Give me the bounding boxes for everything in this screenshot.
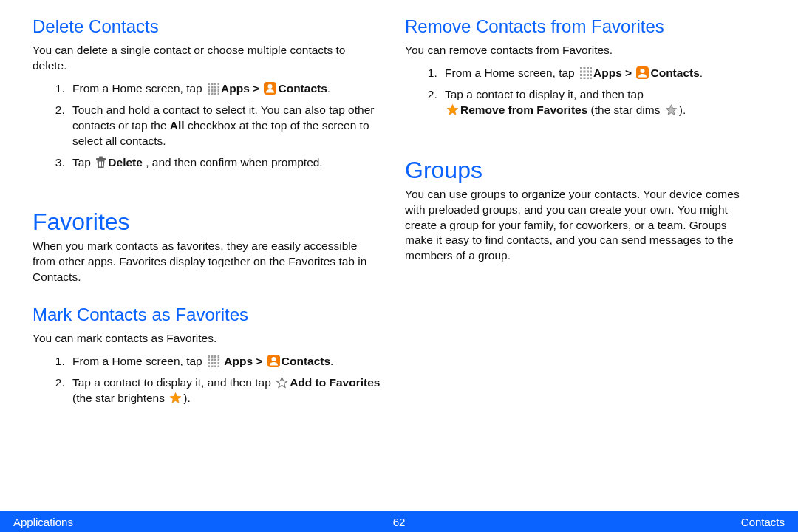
svg-rect-56 [590,77,593,79]
svg-rect-37 [214,366,216,368]
left-column: Delete Contacts You can delete a single … [33,16,403,513]
svg-rect-38 [218,366,220,368]
svg-rect-32 [211,362,214,364]
star-filled-icon [169,392,182,404]
contacts-icon [267,355,280,367]
svg-rect-55 [587,77,589,79]
footer-right: Contacts [741,516,785,528]
apps-grid-icon [207,355,219,367]
svg-rect-33 [214,362,216,364]
svg-rect-28 [211,359,214,361]
svg-rect-45 [580,70,582,72]
svg-rect-29 [214,359,216,361]
svg-rect-14 [214,92,216,95]
svg-rect-12 [208,92,210,95]
svg-rect-11 [218,89,220,92]
groups-intro: You can use groups to organize your cont… [405,187,752,265]
svg-rect-3 [218,83,220,85]
svg-rect-30 [218,359,220,361]
trash-icon [95,156,106,168]
svg-rect-49 [580,74,582,76]
favorites-intro: When you mark contacts as favorites, the… [33,239,383,285]
svg-point-17 [268,84,273,89]
svg-rect-15 [218,92,220,95]
svg-rect-54 [584,77,586,79]
svg-rect-13 [211,92,214,95]
svg-rect-19 [99,156,103,158]
svg-point-40 [271,357,276,361]
svg-rect-18 [96,158,106,160]
svg-rect-8 [208,89,210,92]
remove-step-1: From a Home screen, tap Apps > Contacts. [440,66,752,81]
svg-rect-43 [587,67,589,69]
svg-rect-25 [214,355,216,358]
mark-steps: From a Home screen, tap Apps > Contacts.… [33,354,383,406]
page-columns: Delete Contacts You can delete a single … [0,0,798,513]
svg-rect-5 [211,86,214,88]
svg-point-58 [641,69,645,73]
heading-favorites: Favorites [33,208,383,236]
remove-steps: From a Home screen, tap Apps > Contacts.… [405,66,752,118]
contacts-icon [264,82,276,95]
svg-rect-34 [218,362,220,364]
star-dim-icon [665,103,678,116]
svg-rect-51 [587,74,589,76]
svg-rect-47 [587,70,589,72]
footer-page-number: 62 [393,516,406,528]
right-column: Remove Contacts from Favorites You can r… [403,16,774,513]
delete-step-1: From a Home screen, tap Apps > Contacts. [68,81,383,97]
footer-left: Applications [13,516,73,528]
svg-rect-27 [208,359,210,361]
svg-rect-48 [590,70,593,72]
contacts-icon [636,66,649,79]
delete-steps: From a Home screen, tap Apps > Contacts.… [33,81,383,171]
svg-rect-23 [208,355,210,358]
svg-rect-2 [214,83,216,85]
svg-rect-53 [580,77,582,79]
heading-delete-contacts: Delete Contacts [33,16,383,37]
svg-rect-36 [211,366,214,368]
svg-rect-10 [214,89,216,92]
svg-rect-42 [584,67,586,69]
svg-rect-44 [590,67,593,69]
svg-rect-52 [590,74,593,76]
apps-grid-icon [207,82,219,95]
svg-rect-31 [208,362,210,364]
svg-rect-7 [218,86,220,88]
star-outline-icon [276,376,288,389]
svg-rect-4 [208,86,210,88]
svg-rect-24 [211,355,214,358]
document-page: Delete Contacts You can delete a single … [0,0,798,532]
svg-rect-41 [580,67,582,69]
svg-rect-1 [211,83,214,85]
mark-step-2: Tap a contact to display it, and then ta… [68,375,383,406]
svg-rect-26 [218,355,220,358]
svg-rect-0 [208,83,210,85]
svg-rect-50 [584,74,586,76]
delete-step-3: Tap Delete , and then confirm when promp… [68,155,383,171]
delete-step-2: Touch and hold a contact to select it. Y… [68,103,383,149]
remove-intro: You can remove contacts from Favorites. [405,43,752,58]
heading-remove-favorites: Remove Contacts from Favorites [405,16,752,37]
svg-rect-6 [214,86,216,88]
svg-rect-9 [211,89,214,92]
mark-step-1: From a Home screen, tap Apps > Contacts. [68,354,383,369]
svg-rect-46 [584,70,586,72]
star-filled-icon [446,103,459,116]
mark-intro: You can mark contacts as Favorites. [33,331,383,347]
page-footer: Applications 62 Contacts [0,511,798,532]
heading-mark-favorites: Mark Contacts as Favorites [33,304,383,325]
svg-rect-35 [208,366,210,368]
heading-groups: Groups [405,157,752,184]
remove-step-2: Tap a contact to display it, and then ta… [440,87,752,118]
delete-intro: You can delete a single contact or choos… [33,43,383,74]
apps-grid-icon [579,66,592,79]
